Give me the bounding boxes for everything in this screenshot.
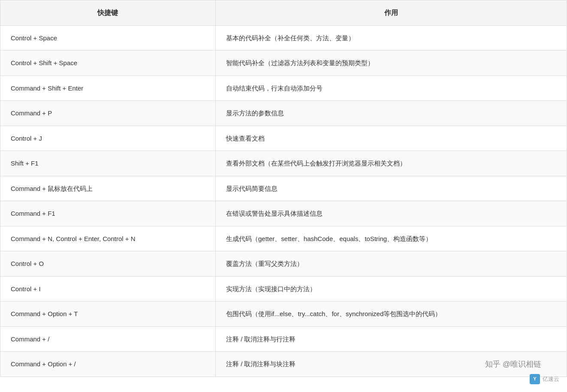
shortcut-val-cell: 显示方法的参数信息 (215, 101, 567, 126)
table-row: Control + O覆盖方法（重写父类方法） (0, 251, 567, 277)
shortcut-table: 快捷键 作用 Control + Space基本的代码补全（补全任何类、方法、变… (0, 0, 567, 377)
table-row: Control + J快速查看文档 (0, 126, 567, 151)
shortcut-key-cell: Command + Option + / (0, 352, 216, 377)
table-header-row: 快捷键 作用 (0, 0, 567, 26)
shortcut-key-cell: Control + J (0, 126, 216, 151)
table-row: Command + P显示方法的参数信息 (0, 101, 567, 126)
shortcut-val-cell: 在错误或警告处显示具体描述信息 (215, 201, 567, 226)
page-container: 快捷键 作用 Control + Space基本的代码补全（补全任何类、方法、变… (0, 0, 567, 392)
shortcut-val-cell: 快速查看文档 (215, 126, 567, 151)
shortcut-val-cell: 包围代码（使用if...else、try...catch、for、synchro… (215, 302, 567, 327)
shortcut-key-cell: Control + I (0, 276, 216, 302)
header-val: 作用 (215, 0, 567, 26)
shortcut-key-cell: Command + Option + T (0, 302, 216, 327)
logo-area: Y 亿速云 (530, 374, 559, 384)
table-row: Command + 鼠标放在代码上显示代码简要信息 (0, 176, 567, 201)
shortcut-val-cell: 自动结束代码，行末自动添加分号 (215, 75, 567, 101)
shortcut-key-cell: Control + Space (0, 25, 216, 51)
shortcut-key-cell: Command + P (0, 101, 216, 126)
header-key: 快捷键 (0, 0, 216, 26)
shortcut-val-cell: 生成代码（getter、setter、hashCode、equals、toStr… (215, 226, 567, 251)
shortcut-key-cell: Command + F1 (0, 201, 216, 226)
shortcut-val-cell: 显示代码简要信息 (215, 176, 567, 201)
shortcut-key-cell: Shift + F1 (0, 151, 216, 176)
shortcut-key-cell: Control + O (0, 251, 216, 277)
table-row: Command + Option + /注释 / 取消注释与块注释 (0, 352, 567, 377)
table-row: Command + Shift + Enter自动结束代码，行末自动添加分号 (0, 75, 567, 101)
shortcut-val-cell: 注释 / 取消注释与块注释 (215, 352, 567, 377)
table-row: Command + /注释 / 取消注释与行注释 (0, 326, 567, 352)
shortcut-val-cell: 查看外部文档（在某些代码上会触发打开浏览器显示相关文档） (215, 151, 567, 176)
table-row: Shift + F1查看外部文档（在某些代码上会触发打开浏览器显示相关文档） (0, 151, 567, 176)
table-row: Command + F1在错误或警告处显示具体描述信息 (0, 201, 567, 226)
shortcut-key-cell: Command + N, Control + Enter, Control + … (0, 226, 216, 251)
table-row: Control + Shift + Space智能代码补全（过滤器方法列表和变量… (0, 51, 567, 76)
shortcut-key-cell: Command + / (0, 326, 216, 352)
logo-icon: Y (530, 374, 540, 384)
shortcut-key-cell: Command + Shift + Enter (0, 75, 216, 101)
shortcut-key-cell: Control + Shift + Space (0, 51, 216, 76)
shortcut-val-cell: 智能代码补全（过滤器方法列表和变量的预期类型） (215, 51, 567, 76)
shortcut-key-cell: Command + 鼠标放在代码上 (0, 176, 216, 201)
shortcut-val-cell: 基本的代码补全（补全任何类、方法、变量） (215, 25, 567, 51)
table-row: Command + N, Control + Enter, Control + … (0, 226, 567, 251)
table-row: Control + I实现方法（实现接口中的方法） (0, 276, 567, 302)
shortcut-val-cell: 实现方法（实现接口中的方法） (215, 276, 567, 302)
shortcut-val-cell: 覆盖方法（重写父类方法） (215, 251, 567, 277)
shortcut-val-cell: 注释 / 取消注释与行注释 (215, 326, 567, 352)
logo-text: 亿速云 (543, 375, 559, 384)
table-row: Command + Option + T包围代码（使用if...else、try… (0, 302, 567, 327)
table-row: Control + Space基本的代码补全（补全任何类、方法、变量） (0, 25, 567, 51)
